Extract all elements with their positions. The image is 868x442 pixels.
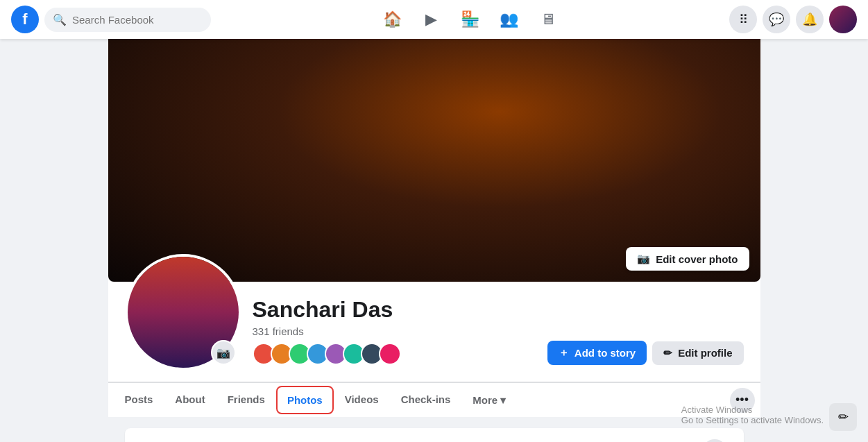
- edit-profile-button[interactable]: ✏ Edit profile: [652, 341, 743, 365]
- photos-header-right: Add photos/video •••: [606, 439, 727, 442]
- main-content: 📷 Edit cover photo 📷 Sanchari Das 331 fr…: [0, 39, 868, 442]
- write-button[interactable]: ✏: [829, 403, 857, 431]
- tab-more[interactable]: More ▾: [461, 384, 517, 416]
- edit-cover-label: Edit cover photo: [656, 253, 738, 265]
- profile-actions: ＋ Add to story ✏ Edit profile: [547, 341, 744, 371]
- nav-notifications-button[interactable]: 🔔: [796, 6, 824, 33]
- tab-photos[interactable]: Photos: [276, 386, 334, 414]
- more-label: More: [473, 394, 497, 406]
- friends-count: 331 friends: [253, 325, 536, 337]
- content-area: Photos Add photos/video ••• Photos of Yo…: [108, 428, 760, 442]
- photos-card: Photos Add photos/video ••• Photos of Yo…: [125, 428, 744, 442]
- add-to-story-button[interactable]: ＋ Add to story: [547, 341, 647, 365]
- nav-grid-button[interactable]: ⠿: [729, 6, 757, 33]
- facebook-logo[interactable]: f: [11, 6, 39, 33]
- avatar-camera-button[interactable]: 📷: [211, 340, 236, 365]
- nav-marketplace-icon[interactable]: 🏪: [454, 3, 487, 36]
- search-input[interactable]: [72, 14, 203, 26]
- cover-photo: [108, 39, 760, 282]
- edit-profile-label: Edit profile: [678, 347, 732, 359]
- edit-cover-button[interactable]: 📷 Edit cover photo: [626, 247, 749, 271]
- tabs-overflow-button[interactable]: •••: [730, 388, 755, 413]
- friend-avatar[interactable]: [379, 343, 401, 365]
- dots-icon: •••: [735, 393, 749, 407]
- nav-user-avatar[interactable]: [829, 6, 857, 33]
- plus-icon: ＋: [559, 346, 569, 359]
- tab-videos[interactable]: Videos: [334, 384, 390, 417]
- camera-icon: 📷: [216, 346, 230, 359]
- tab-about[interactable]: About: [164, 384, 216, 417]
- pencil-icon: ✏: [663, 347, 672, 359]
- nav-right-icons: ⠿ 💬 🔔: [729, 6, 857, 33]
- profile-tabs: Posts About Friends Photos Videos Check-…: [108, 382, 760, 417]
- friend-avatars-row: [253, 343, 536, 365]
- cover-image: [108, 39, 760, 282]
- profile-details: Sanchari Das 331 friends: [253, 296, 536, 371]
- add-story-label: Add to story: [575, 347, 636, 359]
- search-icon: 🔍: [53, 13, 67, 26]
- camera-icon: 📷: [637, 253, 650, 265]
- tab-checkins[interactable]: Check-ins: [390, 384, 462, 417]
- search-bar[interactable]: 🔍: [44, 8, 211, 32]
- nav-home-icon[interactable]: 🏠: [376, 3, 409, 36]
- top-navbar: f 🔍 🏠 ▶ 🏪 👥 🖥 ⠿ 💬 🔔: [0, 0, 868, 39]
- photos-header: Photos Add photos/video •••: [142, 439, 727, 442]
- cover-area: 📷 Edit cover photo: [108, 39, 760, 282]
- nav-video-icon[interactable]: ▶: [415, 3, 448, 36]
- nav-groups-icon[interactable]: 👥: [493, 3, 526, 36]
- nav-center-icons: 🏠 ▶ 🏪 👥 🖥: [216, 3, 724, 36]
- chevron-down-icon: ▾: [500, 394, 506, 407]
- nav-gaming-icon[interactable]: 🖥: [531, 3, 565, 36]
- photos-more-button[interactable]: •••: [702, 439, 727, 442]
- profile-avatar-container: 📷: [125, 254, 241, 371]
- tab-friends[interactable]: Friends: [216, 384, 276, 417]
- profile-name: Sanchari Das: [253, 296, 536, 323]
- tab-posts[interactable]: Posts: [114, 384, 164, 417]
- nav-messenger-button[interactable]: 💬: [763, 6, 790, 33]
